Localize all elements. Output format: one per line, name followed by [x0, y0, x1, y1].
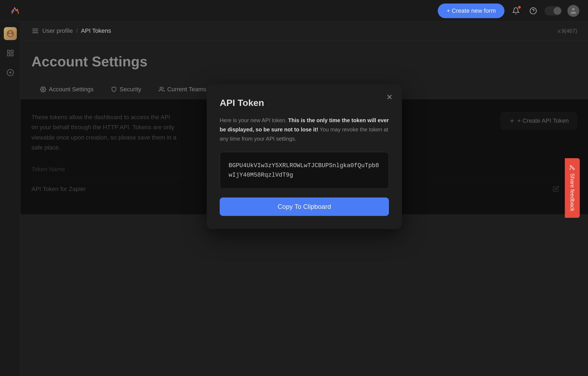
- breadcrumb-parent[interactable]: User profile: [42, 27, 73, 34]
- svg-rect-3: [7, 50, 9, 53]
- share-feedback-button[interactable]: Share feedback: [565, 158, 580, 218]
- create-new-form-label: + Create new form: [446, 7, 496, 14]
- sidebar-grid-button[interactable]: [4, 47, 17, 60]
- shield-icon: [111, 86, 117, 92]
- svg-point-14: [160, 87, 162, 89]
- user-avatar[interactable]: [567, 5, 579, 17]
- breadcrumb: User profile / API Tokens: [31, 27, 111, 35]
- tab-current-teams-label: Current Teams: [167, 86, 206, 93]
- svg-rect-6: [11, 54, 13, 56]
- tab-account-settings[interactable]: Account Settings: [31, 80, 102, 99]
- sidebar-user-avatar[interactable]: [4, 27, 17, 40]
- navbar-left: [9, 5, 21, 17]
- tab-security[interactable]: Security: [102, 80, 150, 99]
- content-body: These tokens allow the dashboard to acce…: [21, 99, 588, 214]
- users-icon: [159, 86, 165, 92]
- sidebar-add-button[interactable]: [4, 66, 17, 79]
- api-token-modal: API Token Here is your new API token. Th…: [207, 85, 402, 229]
- modal-close-button[interactable]: [384, 91, 395, 104]
- navbar-right: + Create new form: [438, 4, 579, 18]
- modal-description: Here is your new API token. This is the …: [220, 116, 389, 143]
- help-button[interactable]: [527, 5, 539, 17]
- svg-point-13: [42, 89, 44, 90]
- svg-point-2: [572, 8, 574, 10]
- copy-btn-label: Copy To Clipboard: [277, 203, 331, 210]
- create-new-form-button[interactable]: + Create new form: [438, 4, 504, 18]
- tab-account-settings-label: Account Settings: [49, 86, 94, 93]
- theme-toggle-button[interactable]: [545, 6, 562, 15]
- app-logo: [9, 5, 21, 17]
- svg-rect-5: [7, 54, 9, 56]
- modal-overlay[interactable]: API Token Here is your new API token. Th…: [21, 99, 588, 214]
- content-area: User profile / API Tokens v.9(467) Accou…: [21, 22, 588, 376]
- tab-current-teams[interactable]: Current Teams: [150, 80, 215, 99]
- pencil-icon: [569, 165, 575, 171]
- token-value-display: BGPU4UkVIw3zY5XRLROWLwTJCBUPSnlgka0fQuTp…: [220, 152, 389, 189]
- navbar: + Create new form: [0, 0, 588, 22]
- modal-title: API Token: [220, 98, 389, 108]
- settings-title-area: Account Settings: [21, 40, 588, 70]
- notifications-button[interactable]: [510, 5, 522, 17]
- breadcrumb-current: API Tokens: [81, 27, 111, 34]
- main-layout: User profile / API Tokens v.9(467) Accou…: [0, 22, 588, 376]
- page-title: Account Settings: [31, 53, 577, 70]
- notification-dot: [518, 6, 521, 9]
- tab-security-label: Security: [120, 86, 141, 93]
- svg-rect-4: [11, 50, 13, 53]
- menu-toggle-button[interactable]: [31, 27, 39, 35]
- modal-description-prefix: Here is your new API token.: [220, 117, 288, 123]
- share-feedback-label: Share feedback: [569, 173, 575, 211]
- close-icon: [386, 93, 393, 101]
- copy-to-clipboard-button[interactable]: Copy To Clipboard: [220, 197, 389, 216]
- version-label: v.9(467): [558, 28, 577, 34]
- content-header: User profile / API Tokens v.9(467): [21, 22, 588, 40]
- theme-toggle-thumb: [554, 7, 561, 15]
- settings-icon: [40, 86, 46, 92]
- sidebar: [0, 22, 21, 376]
- breadcrumb-separator: /: [76, 27, 78, 34]
